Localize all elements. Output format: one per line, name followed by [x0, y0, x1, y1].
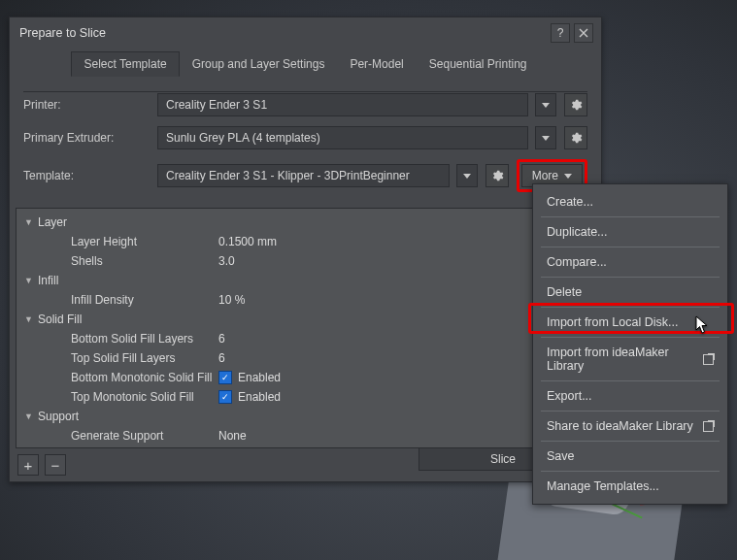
menu-separator: [541, 380, 720, 381]
extruder-combo-arrow[interactable]: [535, 126, 556, 149]
prop-shells: Shells: [17, 254, 218, 268]
chevron-down-icon: [564, 174, 572, 179]
add-button[interactable]: +: [17, 454, 39, 476]
prop-top-solid-layers: Top Solid Fill Layers: [17, 351, 218, 365]
prop-generate-support: Generate Support: [17, 429, 218, 443]
val-layer-height: 0.1500 mm: [218, 235, 277, 248]
menu-separator: [541, 307, 720, 308]
chevron-down-icon: [542, 136, 550, 141]
menu-export[interactable]: Export...: [533, 382, 727, 410]
template-combo-arrow[interactable]: [456, 164, 478, 187]
tab-per-model[interactable]: Per-Model: [337, 51, 416, 77]
menu-create[interactable]: Create...: [533, 188, 727, 215]
menu-share[interactable]: Share to ideaMaker Library: [533, 412, 727, 440]
checkbox-bottom-monotonic[interactable]: ✓: [218, 371, 232, 384]
category-solid-fill[interactable]: ▼Solid Fill: [17, 310, 594, 329]
category-support[interactable]: ▼Support: [17, 407, 594, 426]
gear-icon: [569, 98, 583, 112]
chevron-down-icon: [463, 174, 471, 179]
val-generate-support: None: [218, 429, 247, 443]
external-link-icon: [703, 354, 714, 365]
val-bottom-solid-layers: 6: [218, 332, 225, 346]
extruder-combo[interactable]: Sunlu Grey PLA (4 templates): [157, 126, 528, 149]
dialog-title: Prepare to Slice: [19, 26, 547, 40]
menu-separator: [541, 441, 720, 442]
menu-compare[interactable]: Compare...: [533, 248, 727, 276]
tabs-bar: Select Template Group and Layer Settings…: [10, 50, 601, 76]
extruder-value: Sunlu Grey PLA (4 templates): [166, 131, 320, 145]
more-dropdown-menu: Create... Duplicate... Compare... Delete…: [532, 183, 728, 505]
menu-separator: [541, 247, 720, 247]
menu-manage-templates[interactable]: Manage Templates...: [533, 473, 727, 500]
template-properties-panel: ▼Layer Layer Height0.1500 mm Shells3.0 ▼…: [16, 208, 595, 448]
template-combo[interactable]: Creality Ender 3 S1 - Klipper - 3DPrintB…: [157, 164, 450, 187]
menu-duplicate[interactable]: Duplicate...: [533, 218, 727, 246]
menu-save[interactable]: Save: [533, 443, 727, 470]
prepare-to-slice-dialog: Prepare to Slice ? Select Template Group…: [9, 16, 602, 482]
prop-top-monotonic: Top Monotonic Solid Fill: [17, 390, 218, 404]
template-value: Creality Ender 3 S1 - Klipper - 3DPrintB…: [166, 169, 410, 182]
printer-combo-arrow[interactable]: [535, 93, 556, 116]
tab-group-layer[interactable]: Group and Layer Settings: [180, 51, 338, 77]
prop-bottom-monotonic: Bottom Monotonic Solid Fill: [17, 371, 218, 384]
menu-separator: [541, 411, 720, 412]
printer-combo[interactable]: Creality Ender 3 S1: [157, 93, 528, 116]
menu-separator: [541, 216, 720, 217]
remove-button[interactable]: −: [45, 454, 66, 476]
menu-separator: [541, 337, 720, 338]
val-enabled: Enabled: [238, 390, 281, 404]
tab-select-template[interactable]: Select Template: [71, 51, 179, 77]
prop-layer-height: Layer Height: [17, 235, 218, 248]
external-link-icon: [703, 421, 714, 432]
template-settings-button[interactable]: [486, 164, 509, 187]
tab-sequential[interactable]: Sequential Printing: [417, 51, 540, 77]
gear-icon: [569, 131, 583, 145]
close-button[interactable]: [574, 23, 593, 43]
dialog-titlebar: Prepare to Slice ?: [10, 17, 601, 50]
more-button-label: More: [532, 169, 558, 182]
extruder-settings-button[interactable]: [564, 126, 587, 149]
help-button[interactable]: ?: [551, 23, 570, 43]
menu-separator: [541, 471, 720, 472]
val-top-solid-layers: 6: [218, 351, 225, 365]
val-shells: 3.0: [218, 254, 235, 268]
printer-value: Creality Ender 3 S1: [166, 98, 267, 112]
menu-import-ideamaker[interactable]: Import from ideaMaker Library: [533, 339, 727, 379]
menu-separator: [541, 277, 720, 278]
gear-icon: [490, 169, 504, 182]
category-infill[interactable]: ▼Infill: [17, 271, 594, 290]
checkbox-top-monotonic[interactable]: ✓: [218, 390, 232, 404]
extruder-label: Primary Extruder:: [23, 131, 150, 145]
prop-infill-density: Infill Density: [17, 293, 218, 307]
template-label: Template:: [23, 169, 150, 182]
val-infill-density: 10 %: [218, 293, 245, 307]
prop-bottom-solid-layers: Bottom Solid Fill Layers: [17, 332, 218, 346]
val-enabled: Enabled: [238, 371, 281, 384]
printer-label: Printer:: [23, 98, 150, 112]
chevron-down-icon: [542, 103, 550, 108]
menu-delete[interactable]: Delete: [533, 279, 727, 306]
mouse-cursor-icon: [695, 315, 711, 335]
category-layer[interactable]: ▼Layer: [17, 213, 594, 232]
printer-settings-button[interactable]: [564, 93, 587, 116]
